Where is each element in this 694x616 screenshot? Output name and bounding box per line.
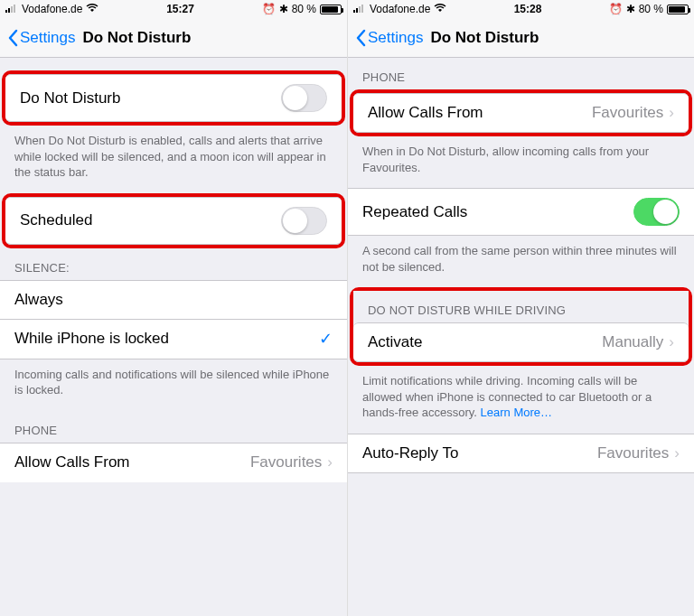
section-header-silence: SILENCE: [0,248,347,280]
row-value: Favourites [592,104,663,122]
chevron-left-icon [7,29,18,47]
toggle-do-not-disturb[interactable] [281,84,327,112]
row-silence-always[interactable]: Always [0,280,347,320]
bluetooth-icon: ✱ [279,3,288,15]
carrier-label: Vodafone.de [22,3,82,15]
section-header-phone: PHONE [348,58,694,89]
battery-icon [320,5,342,14]
footer-repeated: A second call from the same person withi… [348,236,694,287]
chevron-right-icon: › [669,104,674,122]
section-header-phone: PHONE [0,411,347,443]
screen-right: Vodafone.de 15:28 ⏰ ✱ 80 % Settings Do N… [347,0,694,616]
checkmark-icon: ✓ [319,329,333,349]
row-label: Do Not Disturb [20,89,120,107]
footer-dnd: When Do Not Disturb is enabled, calls an… [0,126,347,193]
status-bar: Vodafone.de 15:27 ⏰ ✱ 80 % [0,0,347,18]
page-title: Do Not Disturb [82,29,191,47]
carrier-label: Vodafone.de [370,3,430,15]
highlight-allow-calls: Allow Calls From Favourites › [350,89,692,136]
row-label: Scheduled [20,211,92,229]
row-value: Favourites [597,444,669,462]
clock-label: 15:27 [166,3,194,15]
signal-icon [5,3,18,15]
section-header-driving: DO NOT DISTURB WHILE DRIVING [353,291,689,322]
footer-driving: Limit notifications while driving. Incom… [348,366,694,434]
row-label: Allow Calls From [368,104,483,122]
row-activate[interactable]: Activate Manually › [353,322,689,362]
row-auto-reply-to[interactable]: Auto-Reply To Favourites › [348,434,694,473]
svg-rect-1 [8,8,10,13]
row-silence-locked[interactable]: While iPhone is locked ✓ [0,320,347,359]
svg-rect-7 [361,5,363,13]
row-label: Auto-Reply To [362,444,458,462]
learn-more-link[interactable]: Learn More… [481,406,552,419]
signal-icon [353,3,366,15]
clock-label: 15:28 [514,3,542,15]
back-button[interactable]: Settings [7,29,75,47]
row-do-not-disturb[interactable]: Do Not Disturb [5,74,342,122]
wifi-icon [434,3,446,15]
screen-left: Vodafone.de 15:27 ⏰ ✱ 80 % Settings Do N… [0,0,347,616]
svg-rect-3 [14,5,15,13]
bluetooth-icon: ✱ [626,3,635,15]
svg-rect-0 [5,10,7,13]
row-allow-calls-from[interactable]: Allow Calls From Favourites › [0,443,347,482]
battery-icon [667,5,689,14]
row-allow-calls-from[interactable]: Allow Calls From Favourites › [353,93,689,133]
footer-allow-calls: When in Do Not Disturb, allow incoming c… [348,136,694,188]
toggle-repeated-calls[interactable] [633,198,680,226]
footer-silence: Incoming calls and notifications will be… [0,359,347,411]
row-label: Activate [368,333,422,351]
svg-rect-6 [359,6,361,13]
highlight-scheduled: Scheduled [2,193,345,248]
chevron-left-icon [355,29,366,47]
row-label: Always [14,291,63,309]
nav-bar: Settings Do Not Disturb [0,18,347,58]
row-label: Repeated Calls [362,203,467,221]
back-label: Settings [368,29,423,47]
row-scheduled[interactable]: Scheduled [5,197,342,245]
group-silence: Always While iPhone is locked ✓ [0,280,347,359]
status-bar: Vodafone.de 15:28 ⏰ ✱ 80 % [348,0,694,18]
chevron-right-icon: › [674,444,680,462]
toggle-scheduled[interactable] [281,207,327,235]
back-label: Settings [20,29,75,47]
row-label: Allow Calls From [14,453,130,471]
highlight-dnd: Do Not Disturb [2,70,345,126]
alarm-icon: ⏰ [262,3,276,15]
page-title: Do Not Disturb [430,29,539,47]
row-label: While iPhone is locked [14,330,169,348]
chevron-right-icon: › [669,333,674,351]
chevron-right-icon: › [327,453,333,471]
battery-percent: 80 % [292,3,316,15]
wifi-icon [86,3,98,15]
svg-rect-2 [11,6,13,13]
svg-rect-5 [356,8,358,13]
row-repeated-calls[interactable]: Repeated Calls [348,188,694,236]
battery-percent: 80 % [639,3,663,15]
alarm-icon: ⏰ [609,3,623,15]
nav-bar: Settings Do Not Disturb [348,18,694,58]
highlight-driving: DO NOT DISTURB WHILE DRIVING Activate Ma… [350,287,692,366]
back-button[interactable]: Settings [355,29,423,47]
svg-rect-4 [353,10,355,13]
row-value: Manually [602,333,663,351]
row-value: Favourites [250,453,322,471]
